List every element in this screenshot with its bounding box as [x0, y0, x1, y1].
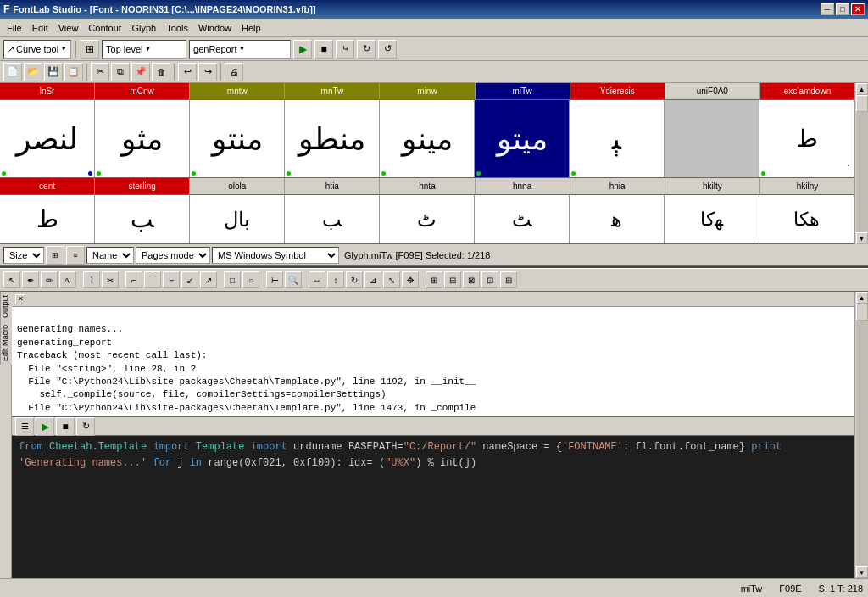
output-close-btn[interactable]: ✕ [15, 294, 25, 304]
panel-scroll-up[interactable]: ▲ [856, 292, 868, 304]
tool-options-btn[interactable]: ⊟ [444, 271, 461, 288]
scroll-up-btn[interactable]: ▲ [856, 83, 868, 95]
menu-file[interactable]: File [2, 21, 27, 35]
copy-btn[interactable]: ⧉ [111, 63, 130, 81]
glyph-cell-hkilty[interactable]: ﮭکا [665, 195, 760, 243]
glyph-name-olola[interactable]: olola [190, 178, 285, 195]
glyph-cell-olola[interactable]: بال [190, 195, 285, 243]
measure-tool[interactable]: ⊢ [266, 271, 283, 288]
glyph-name-mCnw[interactable]: mCnw [95, 83, 190, 100]
pencil-tool[interactable]: ✏ [41, 271, 58, 288]
glyph-name-hkilty[interactable]: hkilty [665, 178, 760, 195]
guides-btn[interactable]: ⊠ [463, 271, 480, 288]
gen-report-dropdown[interactable]: genReport ▼ [189, 40, 291, 59]
menu-window[interactable]: Window [193, 21, 236, 35]
glyph-name-lnSr[interactable]: lnSr [0, 83, 95, 100]
panel-scroll-down[interactable]: ▼ [856, 566, 868, 578]
glyph-cell-hnna[interactable]: ﭧ [475, 195, 570, 243]
menu-glyph[interactable]: Glyph [127, 21, 162, 35]
tangent-tool[interactable]: ⌣ [163, 271, 180, 288]
glyph-cell-mnTw[interactable]: منطو [285, 100, 380, 177]
script-run-btn[interactable]: ▶ [36, 417, 54, 436]
output-side-label[interactable]: Output [0, 292, 12, 321]
menu-help[interactable]: Help [236, 21, 266, 35]
script-menu-btn[interactable]: ☰ [15, 417, 34, 436]
font-select[interactable]: MS Windows Symbol [212, 247, 339, 264]
rect-tool[interactable]: □ [224, 271, 241, 288]
transform-btn[interactable]: ⊞ [500, 271, 517, 288]
glyph-scrollbar[interactable]: ▲ ▼ [854, 83, 868, 244]
glyph-cell-htia[interactable]: ﺐ [285, 195, 380, 243]
glyph-cell-miTw[interactable]: ميتو [475, 100, 570, 177]
panel-scroll-thumb[interactable] [856, 304, 868, 321]
glyph-name-Ydieresis[interactable]: Ydieresis [570, 83, 665, 100]
print-btn[interactable]: 🖨 [225, 63, 243, 81]
glyph-cell-mntw[interactable]: منتو [190, 100, 285, 177]
glyph-cell-mCnw[interactable]: مثو [95, 100, 190, 177]
flip-v-tool[interactable]: ↕ [327, 271, 344, 288]
script-reload-btn[interactable]: ↻ [76, 417, 95, 436]
knife-tool[interactable]: ⌇ [83, 271, 100, 288]
menu-edit[interactable]: Edit [27, 21, 53, 35]
glyph-view-btn2[interactable]: ≡ [66, 246, 85, 265]
glyph-name-uniF0A0[interactable]: uniF0A0 [665, 83, 760, 100]
clear-btn[interactable]: 🗑 [152, 63, 170, 81]
curve-out-tool[interactable]: ↗ [200, 271, 217, 288]
macro-side-label[interactable]: Edit Macro [0, 321, 12, 365]
snap-btn[interactable]: ⊡ [481, 271, 498, 288]
glyph-name-hnna[interactable]: hnna [476, 178, 570, 195]
glyph-name-sterling[interactable]: sterling [95, 178, 190, 195]
run-button[interactable]: ▶ [293, 40, 312, 59]
redo-btn[interactable]: ↪ [198, 63, 217, 81]
menu-view[interactable]: View [53, 21, 84, 35]
pen-tool[interactable]: ✒ [22, 271, 39, 288]
glyph-cell-lnSr[interactable]: لنصر [0, 100, 95, 177]
stop-button[interactable]: ■ [314, 40, 333, 59]
glyph-cell-hkilny[interactable]: ھکا [760, 195, 854, 243]
scroll-thumb[interactable] [856, 95, 868, 112]
glyph-name-hnia[interactable]: hnia [570, 178, 665, 195]
script-code-editor[interactable]: from Cheetah.Template import Template im… [12, 436, 854, 578]
glyph-name-mntw[interactable]: mntw [190, 83, 285, 100]
glyph-name-hnta[interactable]: hnta [380, 178, 475, 195]
curve-in-tool[interactable]: ↙ [181, 271, 198, 288]
glyph-cell-cent[interactable]: ط [0, 195, 95, 243]
export-button[interactable]: ⤷ [336, 40, 354, 59]
close-button[interactable]: ✕ [851, 3, 865, 15]
glyph-name-minw[interactable]: minw [380, 83, 475, 100]
script-icon-btn[interactable]: ⊞ [81, 40, 99, 59]
panel-scrollbar[interactable]: ▲ ▼ [854, 292, 868, 578]
script-stop-btn[interactable]: ■ [56, 417, 75, 436]
top-level-dropdown[interactable]: Top level ▼ [102, 40, 186, 59]
glyph-cell-hnia[interactable]: ﮬ [570, 195, 665, 243]
glyph-name-exclamdown[interactable]: exclamdown [760, 83, 854, 100]
smooth-tool[interactable]: ⌒ [144, 271, 161, 288]
glyph-name-hkilny[interactable]: hkilny [760, 178, 854, 195]
name-select[interactable]: Name [86, 247, 134, 264]
move-tool[interactable]: ✥ [402, 271, 419, 288]
ellipse-tool[interactable]: ○ [242, 271, 259, 288]
glyph-cell-sterling[interactable]: ﺐ [95, 195, 190, 243]
pages-mode-select[interactable]: Pages mode [136, 247, 210, 264]
glyph-cell-exclamdown[interactable]: ط ، [760, 100, 854, 177]
save-btn[interactable]: 💾 [44, 63, 63, 81]
cut-btn[interactable]: ✂ [91, 63, 109, 81]
glyph-name-miTw[interactable]: miTw [476, 83, 570, 100]
corner-tool[interactable]: ⌐ [125, 271, 142, 288]
reload-button-2[interactable]: ↺ [378, 40, 397, 59]
undo-btn[interactable]: ↩ [178, 63, 197, 81]
glyph-name-htia[interactable]: htia [285, 178, 380, 195]
glyph-name-mnTw[interactable]: mnTw [285, 83, 380, 100]
save-as-btn[interactable]: 📋 [64, 63, 83, 81]
more-tools-btn[interactable]: ⊞ [426, 271, 442, 288]
curve-tool-dropdown[interactable]: ↗ Curve tool ▼ [3, 40, 71, 59]
glyph-cell-uniF0A0[interactable] [665, 100, 760, 177]
reload-button-1[interactable]: ↻ [357, 40, 376, 59]
cursor-tool[interactable]: ↖ [3, 271, 20, 288]
glyph-cell-Ydieresis[interactable]: ﭕ [570, 100, 665, 177]
glyph-view-btn1[interactable]: ⊞ [46, 246, 64, 265]
glyph-cell-hnta[interactable]: ﭦ [380, 195, 475, 243]
menu-tools[interactable]: Tools [161, 21, 193, 35]
scale-tool[interactable]: ⤡ [383, 271, 400, 288]
glyph-name-cent[interactable]: cent [0, 178, 95, 195]
